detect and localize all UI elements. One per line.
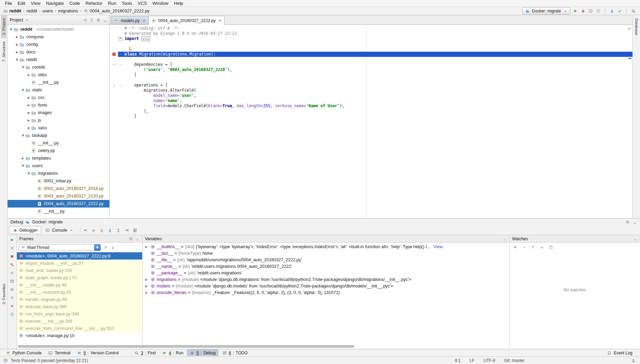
tool-window-button-terminal[interactable]: Terminal (45, 350, 73, 356)
code-line[interactable]: ), (110, 109, 632, 114)
update-project-icon[interactable] (609, 8, 614, 13)
search-everywhere-icon[interactable] (631, 8, 636, 13)
run-icon[interactable] (573, 8, 578, 13)
menu-item-code[interactable]: Code (67, 0, 83, 6)
code-line[interactable]: −class Migration(migrations.Migration): (110, 52, 632, 57)
close-icon[interactable] (10, 303, 15, 309)
code-line[interactable]: − operations = [ (110, 83, 632, 88)
tree-chevron-icon[interactable]: ▶ (27, 111, 31, 114)
tree-row-sass[interactable]: ▶sass (8, 124, 109, 132)
resume-program-icon[interactable] (10, 237, 15, 242)
tree-chevron-icon[interactable]: ▶ (27, 96, 31, 99)
tool-window-button-version-control[interactable]: 9: Version Control (74, 350, 121, 356)
tree-row-0003-auto-20160327-2220-py[interactable]: 0003_auto_20160327_2220.py (8, 192, 109, 200)
frame-row[interactable]: <module>, manage.py:10 (17, 332, 142, 339)
menu-item-file[interactable]: File (2, 0, 15, 6)
add-watch-button[interactable] (512, 244, 518, 250)
code-line[interactable]: name='name', (110, 98, 632, 103)
gutter-marker-icon[interactable] (111, 83, 117, 88)
tree-row-templates[interactable]: ▶templates (8, 154, 109, 162)
breadcrumb-item-reddit[interactable]: reddit (27, 9, 37, 13)
code-line[interactable]: ] (110, 114, 632, 119)
view-breakpoints-icon[interactable] (10, 262, 15, 267)
step-out-icon[interactable] (116, 228, 121, 233)
tree-row-init-py[interactable]: __init__.py (8, 208, 109, 215)
editor-content[interactable]: # -*- coding: utf-8 -*-# Generated by Dj… (110, 25, 632, 218)
profiler-icon[interactable] (595, 8, 601, 13)
show-execution-point-icon[interactable] (83, 228, 88, 233)
code-line[interactable]: # -*- coding: utf-8 -*- (110, 26, 632, 31)
fold-marker-icon[interactable]: + (118, 36, 123, 41)
tree-row-contrib[interactable]: ▼contrib (8, 63, 109, 71)
intention-bulb-icon[interactable] (129, 46, 130, 52)
tree-row-0001-initial-py[interactable]: 0001_initial.py (8, 177, 109, 185)
chevron-down-icon[interactable] (24, 17, 30, 22)
tree-row-css[interactable]: ▶css (8, 94, 109, 101)
frame-row[interactable]: load_disk, loader.py:105 (17, 267, 142, 274)
tree-row-taskapp[interactable]: ▼taskapp (8, 132, 109, 139)
tree-chevron-icon[interactable]: ▶ (21, 156, 25, 160)
menu-item-window[interactable]: Window (150, 0, 171, 6)
caret-position-widget[interactable]: 8:1 (455, 358, 461, 363)
tree-row-compose[interactable]: ▶compose (8, 33, 109, 41)
breakpoint-icon[interactable] (112, 52, 116, 56)
tree-chevron-icon[interactable]: ▼ (9, 28, 13, 31)
editor-tab-models-py[interactable]: models.py× (111, 16, 149, 24)
scroll-to-source-icon[interactable] (82, 17, 88, 22)
hide-panel-icon[interactable] (102, 17, 107, 22)
hide-panel-icon[interactable] (135, 236, 140, 241)
tree-chevron-icon[interactable]: ▼ (21, 88, 25, 92)
git-branch-widget[interactable]: Git: master (504, 358, 524, 363)
expand-arrow-icon[interactable]: ▶ (144, 284, 149, 288)
help-icon[interactable] (10, 312, 15, 317)
tree-row-init-py[interactable]: __init__.py (8, 139, 109, 147)
tree-row-celery-py[interactable]: celery.py (8, 147, 109, 154)
tree-chevron-icon[interactable]: ▶ (27, 119, 31, 122)
close-icon[interactable]: × (142, 18, 146, 23)
tool-window-button-database[interactable]: Database (634, 15, 639, 38)
code-line[interactable]: +import ... (110, 36, 632, 41)
fold-expand-icon[interactable]: + (119, 37, 122, 41)
frame-row[interactable]: execute, __init__.py:345 (17, 317, 142, 325)
tool-window-button-debug[interactable]: 5: Debug (187, 350, 218, 356)
fold-marker-icon[interactable]: − (118, 83, 123, 88)
editor-tab-0004-auto-20160327-2222-py[interactable]: 0004_auto_20160327_2222.py× (148, 16, 225, 25)
tree-row-init-py[interactable]: __init__.py (8, 79, 109, 86)
previous-frame-button[interactable] (103, 245, 108, 250)
tool-window-button-run[interactable]: 4: Run (159, 350, 186, 356)
horizontal-scrollbar[interactable] (18, 345, 354, 348)
tree-row-images[interactable]: ▶images (8, 109, 109, 117)
code-line[interactable]: migrations.AlterField( (110, 88, 632, 93)
move-watch-up-button[interactable] (530, 244, 535, 250)
code-line[interactable] (110, 78, 632, 83)
pause-program-icon[interactable] (10, 245, 15, 251)
frame-row[interactable]: execute_from_command_line, __init__.py:3… (17, 325, 142, 332)
tree-row-config[interactable]: ▶config (8, 41, 109, 48)
tree-row-users[interactable]: ▼users (8, 162, 109, 170)
breadcrumb-item-users[interactable]: users (42, 9, 53, 13)
debug-tab-debugger[interactable]: Debugger (9, 226, 41, 234)
tool-window-button-1-project[interactable]: 1: Project (1, 15, 7, 38)
code-line[interactable]: − dependencies = [ (110, 62, 632, 67)
tree-chevron-icon[interactable]: ▶ (15, 43, 19, 46)
tool-window-button-todo[interactable]: 6: TODO (219, 350, 250, 356)
code-line[interactable]: ] (110, 72, 632, 78)
code-line[interactable]: # Generated by Django 1.9.4 on 2016-03-2… (110, 31, 632, 36)
tool-window-button-2-favorites[interactable]: 2: Favorites (1, 281, 7, 307)
tree-row-0004-auto-20160327-2222-py[interactable]: 0004_auto_20160327_2222.py (8, 200, 109, 208)
force-step-into-icon[interactable] (108, 228, 113, 233)
menu-item-run[interactable]: Run (105, 0, 119, 6)
frame-row[interactable]: execute, base.py:399 (17, 303, 142, 310)
tree-row-docs[interactable]: ▶docs (8, 48, 109, 56)
frame-row[interactable]: <module>, 0004_auto_20160327_2222.py:8 (17, 252, 142, 260)
menu-item-view[interactable]: View (28, 0, 43, 6)
hide-panel-icon[interactable] (632, 220, 637, 225)
line-ending-widget[interactable]: LF (470, 358, 474, 363)
tree-chevron-icon[interactable]: ▼ (21, 65, 25, 69)
tree-row-js[interactable]: ▶js (8, 117, 109, 124)
restore-layout-icon[interactable] (10, 279, 15, 284)
tree-chevron-icon[interactable]: ▼ (21, 134, 25, 137)
debug-tab-console[interactable]: Console (42, 226, 78, 234)
frame-row[interactable]: __init__, executor.py:20 (17, 289, 142, 296)
commit-changes-icon[interactable] (617, 8, 622, 13)
